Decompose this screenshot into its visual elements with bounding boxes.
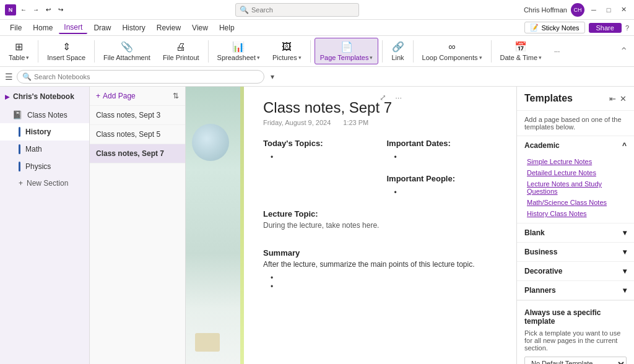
menu-review[interactable]: Review bbox=[152, 22, 186, 33]
menu-insert[interactable]: Insert bbox=[59, 22, 87, 34]
maximize-button[interactable]: □ bbox=[603, 4, 614, 15]
summary-bullet-1 bbox=[263, 274, 498, 282]
templates-collapse-icon[interactable]: ⇤ bbox=[609, 94, 616, 103]
note-date: Friday, August 9, 2024 bbox=[263, 119, 331, 126]
spreadsheet-icon: 📊 bbox=[232, 41, 245, 53]
add-page-button[interactable]: + Add Page bbox=[96, 92, 136, 100]
file-attachment-label: File Attachment bbox=[103, 54, 150, 61]
category-planners-header[interactable]: Planners ▾ bbox=[517, 281, 634, 300]
file-printout-icon: 🖨 bbox=[176, 41, 186, 53]
decorative-chevron-icon: ▾ bbox=[623, 267, 627, 275]
pictures-icon: 🖼 bbox=[282, 41, 292, 53]
section-math[interactable]: Math bbox=[0, 141, 89, 158]
template-detailed-lecture[interactable]: Detailed Lecture Notes bbox=[517, 167, 634, 178]
note-area[interactable]: ⤢ ··· Class notes, Sept 7 Friday, August… bbox=[186, 87, 516, 364]
important-dates-bullet bbox=[387, 153, 498, 162]
sort-pages-icon[interactable]: ⇅ bbox=[173, 92, 179, 100]
decorative-label: Decorative bbox=[524, 267, 562, 275]
loop-components-arrow-icon: ▾ bbox=[479, 54, 482, 61]
redo-icon[interactable]: ↪ bbox=[56, 5, 66, 15]
forward-icon[interactable]: → bbox=[31, 5, 41, 15]
book-decoration bbox=[195, 333, 220, 352]
note-meta: Friday, August 9, 2024 1:23 PM bbox=[263, 119, 498, 126]
academic-label: Academic bbox=[524, 141, 560, 150]
templates-close-icon[interactable]: ✕ bbox=[620, 94, 627, 103]
share-label: Share bbox=[596, 24, 614, 32]
academic-items: Simple Lecture Notes Detailed Lecture No… bbox=[517, 155, 634, 223]
page-item-sept5[interactable]: Class notes, Sept 5 bbox=[90, 125, 185, 144]
menu-help[interactable]: Help bbox=[214, 22, 240, 33]
page-item-sept7[interactable]: Class notes, Sept 7 bbox=[90, 144, 185, 163]
ribbon-loop-components[interactable]: ∞ Loop Components ▾ bbox=[417, 39, 487, 64]
ribbon-more[interactable]: ··· bbox=[549, 45, 565, 58]
section-history[interactable]: History bbox=[0, 123, 89, 141]
notebook-name: Chris's Notebook bbox=[13, 92, 74, 101]
ribbon-file-printout[interactable]: 🖨 File Printout bbox=[158, 39, 204, 64]
notebook-search-input[interactable] bbox=[34, 73, 259, 80]
template-lecture-study[interactable]: Lecture Notes and Study Questions bbox=[517, 178, 634, 197]
template-math-science[interactable]: Math/Science Class Notes bbox=[517, 197, 634, 208]
back-icon[interactable]: ← bbox=[19, 5, 28, 15]
menu-history[interactable]: History bbox=[117, 22, 150, 33]
class-notes-icon: 📓 bbox=[12, 110, 22, 119]
section-class-notes[interactable]: 📓 Class Notes bbox=[0, 106, 89, 123]
lecture-section: Lecture Topic: During the lecture, take … bbox=[263, 209, 498, 230]
note-options-icon[interactable]: ··· bbox=[395, 93, 402, 102]
category-planners: Planners ▾ bbox=[517, 281, 634, 300]
notebook-header[interactable]: ▸ Chris's Notebook bbox=[0, 87, 89, 106]
spreadsheet-arrow-icon: ▾ bbox=[257, 54, 260, 61]
share-button[interactable]: Share bbox=[589, 23, 622, 33]
notebook-search-bar: ☰ 🔍 ▾ bbox=[0, 67, 634, 87]
notebook-search-box[interactable]: 🔍 bbox=[17, 70, 264, 84]
category-decorative-header[interactable]: Decorative ▾ bbox=[517, 262, 634, 280]
always-desc: Pick a template you want to use for all … bbox=[524, 329, 627, 352]
search-bar[interactable]: 🔍 bbox=[235, 3, 359, 17]
expand-icon[interactable]: ⤢ bbox=[380, 93, 386, 102]
notebook-icon: ▸ bbox=[5, 92, 9, 102]
summary-section: Summary After the lecture, summarize the… bbox=[263, 248, 498, 291]
math-label: Math bbox=[25, 145, 42, 154]
ribbon-spreadsheet[interactable]: 📊 Spreadsheet ▾ bbox=[212, 38, 265, 64]
ribbon-insert-space[interactable]: ⇕ Insert Space bbox=[42, 38, 90, 64]
date-time-icon: 📅 bbox=[515, 41, 527, 53]
category-business-header[interactable]: Business ▾ bbox=[517, 243, 634, 261]
pictures-label: Pictures bbox=[272, 54, 297, 61]
help-icon[interactable]: ? bbox=[625, 24, 629, 32]
business-chevron-icon: ▾ bbox=[623, 248, 627, 256]
close-button[interactable]: ✕ bbox=[618, 4, 629, 15]
nb-search-dropdown-icon[interactable]: ▾ bbox=[271, 72, 274, 81]
minimize-button[interactable]: ─ bbox=[588, 4, 599, 15]
page-item-sept3[interactable]: Class notes, Sept 3 bbox=[90, 106, 185, 125]
menu-home[interactable]: Home bbox=[28, 22, 58, 33]
search-input[interactable] bbox=[251, 6, 355, 14]
ribbon-link[interactable]: 🔗 Link bbox=[386, 38, 409, 64]
ribbon-pictures[interactable]: 🖼 Pictures ▾ bbox=[267, 39, 306, 64]
table-arrow-icon: ▾ bbox=[26, 54, 29, 61]
new-section-label: New Section bbox=[27, 179, 68, 188]
important-people-bullet bbox=[387, 188, 498, 197]
category-blank-header[interactable]: Blank ▾ bbox=[517, 223, 634, 242]
sidebar-toggle-icon[interactable]: ☰ bbox=[5, 72, 13, 82]
ribbon-divider-4 bbox=[310, 40, 311, 63]
sticky-notes-button[interactable]: 📝 Sticky Notes bbox=[524, 22, 584, 33]
menu-draw[interactable]: Draw bbox=[89, 22, 116, 33]
note-content: ⤢ ··· Class notes, Sept 7 Friday, August… bbox=[263, 99, 498, 291]
add-page-label: Add Page bbox=[103, 92, 136, 100]
template-history[interactable]: History Class Notes bbox=[517, 208, 634, 219]
ribbon-page-templates[interactable]: 📄 Page Templates ▾ bbox=[315, 38, 379, 64]
ribbon-date-time[interactable]: 📅 Date & Time ▾ bbox=[495, 38, 547, 64]
ribbon-table[interactable]: ⊞ Table ▾ bbox=[4, 38, 34, 64]
ribbon: ⊞ Table ▾ ⇕ Insert Space 📎 File Attachme… bbox=[0, 36, 634, 67]
new-section-button[interactable]: + New Section bbox=[0, 175, 89, 191]
ribbon-file-attachment[interactable]: 📎 File Attachment bbox=[98, 38, 155, 64]
template-default-select[interactable]: No Default Template bbox=[524, 357, 627, 364]
menu-view[interactable]: View bbox=[187, 22, 213, 33]
template-simple-lecture[interactable]: Simple Lecture Notes bbox=[517, 156, 634, 167]
category-academic-header[interactable]: Academic ^ bbox=[517, 136, 634, 155]
note-col-right: Important Dates: Important People: bbox=[387, 139, 498, 197]
ribbon-collapse-icon[interactable]: ⌃ bbox=[617, 43, 630, 59]
menu-file[interactable]: File bbox=[5, 22, 27, 33]
undo-icon[interactable]: ↩ bbox=[43, 5, 53, 15]
page-sept5-label: Class notes, Sept 5 bbox=[96, 130, 160, 139]
section-physics[interactable]: Physics bbox=[0, 158, 89, 175]
